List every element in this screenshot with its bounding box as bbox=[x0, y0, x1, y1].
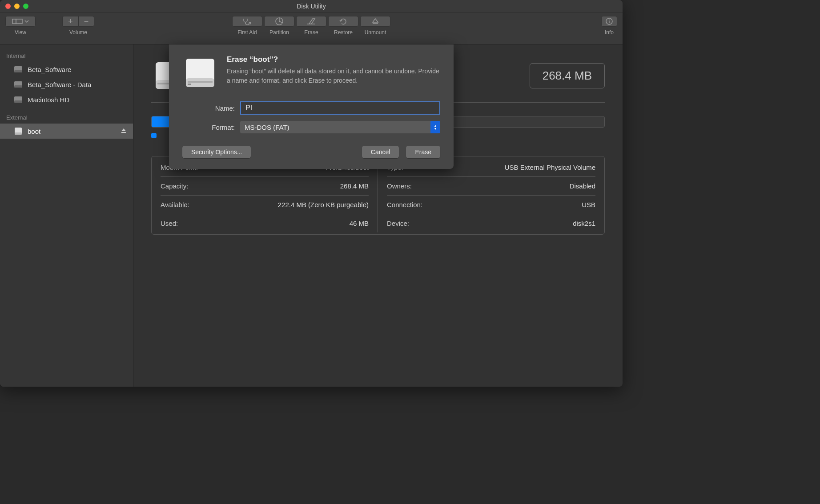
sidebar-item-label: boot bbox=[28, 128, 40, 135]
format-value: MS-DOS (FAT) bbox=[245, 124, 289, 131]
svg-rect-1 bbox=[16, 19, 22, 24]
eject-icon[interactable] bbox=[121, 128, 127, 135]
sidebar-item-beta-software[interactable]: Beta_Software bbox=[0, 62, 133, 77]
info-button[interactable] bbox=[601, 16, 617, 27]
partition-button[interactable] bbox=[264, 16, 294, 27]
table-row: Connection:USB bbox=[387, 196, 595, 214]
name-input[interactable] bbox=[240, 101, 440, 115]
close-icon[interactable] bbox=[5, 4, 11, 9]
dialog-title: Erase “boot”? bbox=[227, 55, 440, 64]
dialog-disk-icon bbox=[182, 55, 218, 91]
security-options-button[interactable]: Security Options... bbox=[182, 146, 251, 158]
restore-button[interactable] bbox=[328, 16, 358, 27]
info-label: Info bbox=[605, 29, 614, 36]
volume-add-button[interactable]: + bbox=[62, 16, 78, 27]
stethoscope-icon bbox=[242, 18, 253, 25]
erase-button[interactable] bbox=[296, 16, 326, 27]
cancel-button[interactable]: Cancel bbox=[362, 146, 399, 158]
window-title: Disk Utility bbox=[297, 3, 326, 10]
svg-rect-19 bbox=[188, 84, 191, 85]
svg-rect-12 bbox=[15, 132, 22, 135]
volume-size-badge: 268.4 MB bbox=[530, 63, 605, 88]
disk-icon bbox=[13, 80, 23, 89]
sidebar-item-beta-software-data[interactable]: Beta_Software - Data bbox=[0, 77, 133, 92]
restore-icon bbox=[339, 18, 348, 25]
view-button[interactable] bbox=[5, 16, 36, 27]
info-icon bbox=[605, 17, 613, 25]
minimize-icon[interactable] bbox=[14, 4, 20, 9]
first-aid-button[interactable] bbox=[232, 16, 262, 27]
erase-label: Erase bbox=[304, 29, 318, 36]
erase-confirm-button[interactable]: Erase bbox=[406, 146, 440, 158]
eraser-icon bbox=[306, 18, 316, 25]
maximize-icon[interactable] bbox=[23, 4, 28, 9]
svg-rect-10 bbox=[14, 100, 22, 103]
name-label: Name: bbox=[182, 104, 240, 112]
sidebar: Internal Beta_Software Beta_Software - D… bbox=[0, 44, 133, 387]
table-row: Used:46 MB bbox=[161, 214, 369, 232]
titlebar: Disk Utility bbox=[0, 0, 623, 12]
first-aid-label: First Aid bbox=[237, 29, 257, 36]
volume-remove-button[interactable]: − bbox=[78, 16, 94, 27]
external-disk-icon bbox=[13, 126, 23, 136]
unmount-icon bbox=[371, 17, 379, 25]
sidebar-item-label: Beta_Software bbox=[28, 66, 71, 73]
erase-dialog: Erase “boot”? Erasing “boot” will delete… bbox=[169, 44, 454, 169]
sidebar-section-external: External bbox=[0, 112, 133, 124]
sidebar-item-boot[interactable]: boot bbox=[0, 124, 133, 139]
legend-used bbox=[151, 133, 157, 138]
svg-rect-8 bbox=[14, 85, 22, 88]
disk-icon bbox=[13, 95, 23, 104]
toolbar: View + − Volume First Aid Partition bbox=[0, 12, 623, 44]
partition-label: Partition bbox=[269, 29, 289, 36]
table-row: Device:disk2s1 bbox=[387, 214, 595, 232]
sidebar-item-label: Beta_Software - Data bbox=[28, 81, 91, 88]
table-row: Available:222.4 MB (Zero KB purgeable) bbox=[161, 196, 369, 214]
svg-rect-6 bbox=[14, 70, 22, 72]
svg-rect-18 bbox=[188, 81, 213, 83]
disk-icon bbox=[13, 64, 23, 74]
table-row: Owners:Disabled bbox=[387, 177, 595, 196]
pie-icon bbox=[275, 17, 284, 26]
dialog-description: Erasing “boot” will delete all data stor… bbox=[227, 67, 440, 85]
unmount-button[interactable] bbox=[360, 16, 390, 27]
sidebar-section-internal: Internal bbox=[0, 50, 133, 62]
volume-label: Volume bbox=[69, 29, 87, 36]
sidebar-item-label: Macintosh HD bbox=[28, 96, 69, 104]
chevron-updown-icon: ▲▼ bbox=[430, 121, 440, 133]
disk-utility-window: Disk Utility View + − Volume First Aid bbox=[0, 0, 623, 387]
format-label: Format: bbox=[182, 124, 240, 131]
table-row: Capacity:268.4 MB bbox=[161, 177, 369, 196]
view-label: View bbox=[15, 29, 26, 36]
restore-label: Restore bbox=[334, 29, 353, 36]
unmount-label: Unmount bbox=[365, 29, 386, 36]
svg-point-4 bbox=[609, 20, 610, 20]
svg-rect-0 bbox=[12, 19, 16, 24]
sidebar-item-macintosh-hd[interactable]: Macintosh HD bbox=[0, 92, 133, 107]
format-select[interactable]: MS-DOS (FAT) ▲▼ bbox=[240, 121, 440, 133]
